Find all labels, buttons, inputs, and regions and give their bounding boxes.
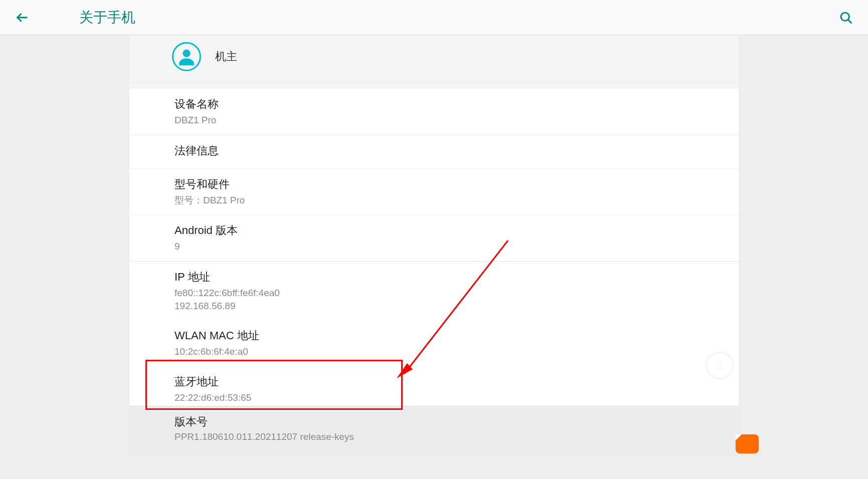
item-value-line2: 192.168.56.89 <box>175 300 693 313</box>
item-title: 版本号 <box>175 414 693 429</box>
item-title: 蓝牙地址 <box>175 374 693 389</box>
person-icon <box>176 46 197 67</box>
watermark-icon: Z <box>705 350 735 382</box>
item-wlan-mac[interactable]: WLAN MAC 地址 10:2c:6b:6f:4e:a0 <box>129 320 739 366</box>
item-ip-address[interactable]: IP 地址 fe80::122c:6bff:fe6f:4ea0 192.168.… <box>129 262 739 320</box>
search-button[interactable] <box>834 6 858 30</box>
item-title: 设备名称 <box>175 97 693 112</box>
item-legal-info[interactable]: 法律信息 <box>129 135 739 169</box>
item-android-version[interactable]: Android 版本 9 <box>129 215 739 261</box>
item-value: 10:2c:6b:6f:4e:a0 <box>175 345 693 358</box>
svg-text:Z: Z <box>717 360 723 371</box>
item-device-name[interactable]: 设备名称 DBZ1 Pro <box>129 89 739 135</box>
owner-row[interactable]: 机主 <box>129 35 739 83</box>
item-title: 法律信息 <box>175 143 693 158</box>
search-icon <box>839 11 853 25</box>
content-panel: 机主 设备名称 DBZ1 Pro 法律信息 型号和硬件 型号：DBZ1 Pro … <box>129 35 739 457</box>
item-value: DBZ1 Pro <box>175 114 693 127</box>
item-bluetooth-address[interactable]: 蓝牙地址 22:22:d6:ed:53:65 <box>129 366 739 406</box>
svg-line-2 <box>848 20 851 23</box>
item-title: Android 版本 <box>175 223 693 238</box>
item-value: PPR1.180610.011.20211207 release-keys <box>175 431 693 442</box>
item-value-line1: fe80::122c:6bff:fe6f:4ea0 <box>175 287 693 300</box>
item-title: IP 地址 <box>175 270 693 285</box>
item-value: 型号：DBZ1 Pro <box>175 194 693 207</box>
avatar <box>172 42 201 71</box>
owner-label: 机主 <box>215 49 237 64</box>
item-title: WLAN MAC 地址 <box>175 328 693 343</box>
page-title: 关于手机 <box>79 8 135 27</box>
corner-badge-icon <box>736 434 759 453</box>
item-title: 型号和硬件 <box>175 177 693 192</box>
header-bar: 关于手机 <box>0 0 868 35</box>
svg-point-3 <box>183 50 190 57</box>
item-model-hardware[interactable]: 型号和硬件 型号：DBZ1 Pro <box>129 169 739 215</box>
back-arrow-icon <box>15 11 29 25</box>
item-value: 9 <box>175 240 693 253</box>
back-button[interactable] <box>10 6 34 30</box>
item-value: 22:22:d6:ed:53:65 <box>175 391 693 404</box>
item-build-number[interactable]: 版本号 PPR1.180610.011.20211207 release-key… <box>129 406 739 457</box>
